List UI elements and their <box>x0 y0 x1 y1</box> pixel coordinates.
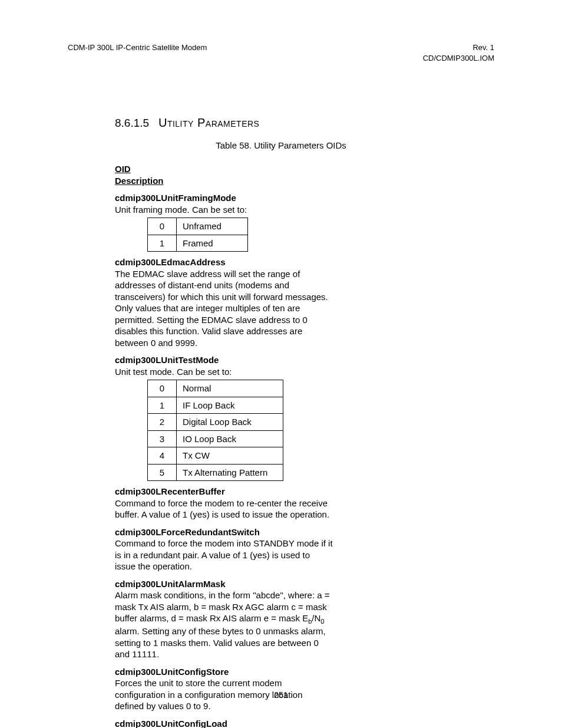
header-right: Rev. 1 CD/CDMIP300L.IOM <box>423 42 494 63</box>
oid-cell: cdmip300LForceRedundantSwitch <box>115 526 277 538</box>
desc-cell: Command to force the modem to re-center … <box>115 498 333 521</box>
desc-cell: Command to force the modem into STANDBY … <box>115 538 333 572</box>
table-row: cdmip300LUnitTestMode Unit test mode. Ca… <box>115 354 494 483</box>
table-header-row: OID Description <box>115 163 494 186</box>
table-caption: Table 58. Utility Parameters OIDs <box>68 140 494 150</box>
oid-table: OID Description cdmip300LUnitFramingMode… <box>115 163 494 728</box>
table-row: cdmip300LUnitConfigStore Forces the unit… <box>115 666 494 712</box>
col-header-oid: OID <box>115 163 277 175</box>
page-number: 251 <box>0 690 562 700</box>
table-row: cdmip300LRecenterBuffer Command to force… <box>115 486 494 521</box>
oid-cell: cdmip300LUnitTestMode <box>115 354 277 366</box>
oid-cell: cdmip300LEdmacAddress <box>115 256 277 268</box>
oid-cell: cdmip300LRecenterBuffer <box>115 486 277 498</box>
options-table: 0Normal 1IF Loop Back 2Digital Loop Back… <box>147 380 283 481</box>
oid-cell: cdmip300LUnitConfigStore <box>115 666 277 678</box>
options-table: 0Unframed 1Framed <box>147 218 248 252</box>
desc-cell: Unit framing mode. Can be set to: 0Unfra… <box>115 204 333 255</box>
desc-cell: Alarm mask conditions, in the form "abcd… <box>115 589 333 660</box>
desc-cell: The EDMAC slave address will set the ran… <box>115 268 333 349</box>
page-header: CDM-IP 300L IP-Centric Satellite Modem R… <box>68 42 494 63</box>
col-header-description: Description <box>115 175 333 187</box>
oid-cell: cdmip300LUnitAlarmMask <box>115 578 277 590</box>
table-row: cdmip300LUnitFramingMode Unit framing mo… <box>115 192 494 254</box>
desc-cell: Unit test mode. Can be set to: 0Normal 1… <box>115 366 333 484</box>
section-heading: 8.6.1.5 Utility Parameters <box>115 116 494 130</box>
table-row: cdmip300LUnitAlarmMask Alarm mask condit… <box>115 578 494 660</box>
oid-cell: cdmip300LUnitConfigLoad <box>115 718 277 728</box>
table-row: cdmip300LUnitConfigLoad Forces the unit … <box>115 718 494 728</box>
header-left: CDM-IP 300L IP-Centric Satellite Modem <box>68 42 207 63</box>
oid-cell: cdmip300LUnitFramingMode <box>115 192 277 204</box>
table-row: cdmip300LEdmacAddress The EDMAC slave ad… <box>115 256 494 348</box>
table-row: cdmip300LForceRedundantSwitch Command to… <box>115 526 494 572</box>
